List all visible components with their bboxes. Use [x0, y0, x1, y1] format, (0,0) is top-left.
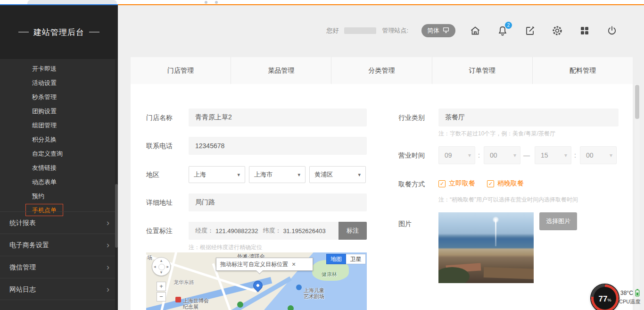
- chevron-right-icon: ›: [107, 278, 109, 301]
- city-select[interactable]: 上海市 ▾: [249, 166, 305, 183]
- pan-left-icon[interactable]: ◂: [154, 265, 156, 269]
- address-value: 局门路: [195, 198, 215, 207]
- chevron-down-icon: ▾: [358, 172, 361, 178]
- store-name-value: 青青原上草2: [195, 113, 232, 122]
- tab-order-management[interactable]: 订单管理: [432, 57, 533, 84]
- sidebar-item-activity[interactable]: 活动设置: [0, 76, 118, 90]
- map-label-children-theater: 上海儿童艺术剧场: [304, 287, 326, 300]
- sidebar-item-custom-query[interactable]: 自定义查询: [0, 147, 118, 161]
- mark-location-button[interactable]: 标注: [339, 222, 367, 240]
- tab-store-management[interactable]: 门店管理: [131, 57, 231, 84]
- zoom-in-button[interactable]: +: [157, 282, 166, 291]
- sidebar-item-card-gift[interactable]: 开卡即送: [0, 62, 118, 76]
- sidebar-item-booking[interactable]: 预约: [0, 189, 118, 203]
- browser-strip: [0, 0, 644, 5]
- map[interactable]: 外滩·湾璟会 健康林 龙华东路 上海儿童艺术剧场 上海世博会纪念展 场 拖动标注…: [146, 252, 367, 310]
- page-scrollbar[interactable]: [635, 84, 640, 310]
- close-icon[interactable]: ×: [292, 260, 296, 268]
- sidebar-item-dynamic-form[interactable]: 动态表单: [0, 175, 118, 189]
- chevron-down-icon: ▾: [610, 152, 612, 159]
- pickup-label: 取餐方式: [398, 175, 425, 193]
- close-hour-select[interactable]: 15 ▾: [535, 146, 571, 164]
- map-view-button[interactable]: 地图: [326, 254, 346, 264]
- bell-icon[interactable]: 2: [497, 25, 508, 36]
- district-select[interactable]: 黄浦区 ▾: [309, 166, 366, 183]
- sidebar-section-ecommerce[interactable]: 电子商务设置 ›: [0, 234, 118, 256]
- map-type-toggle: 地图 卫星: [326, 254, 366, 264]
- browser-icon-fragment: [215, 1, 218, 4]
- pickup-option-immediate[interactable]: ✓ 立即取餐: [438, 179, 475, 188]
- pan-down-icon[interactable]: ▾: [160, 270, 163, 275]
- gear-icon[interactable]: [552, 25, 563, 36]
- close-minute-select[interactable]: 00 ▾: [580, 146, 617, 164]
- map-tooltip-text: 拖动标注可自定义目标位置: [220, 260, 288, 268]
- page-scrollbar-thumb[interactable]: [635, 85, 639, 119]
- sidebar-sections: 统计报表 › 电子商务设置 › 微信管理 › 网站日志 ›: [0, 211, 118, 300]
- checkbox-checked[interactable]: ✓: [487, 180, 494, 187]
- sidebar-item-friend-links[interactable]: 友情链接: [0, 161, 118, 175]
- sidebar-section-reports[interactable]: 统计报表 ›: [0, 211, 118, 234]
- open-minute-value: 00: [490, 151, 497, 159]
- time-colon: :: [574, 146, 576, 164]
- pickup-note: 注：“稍晚取餐”用户可以选择在营业时间内选择取餐时间: [438, 196, 578, 204]
- check-icon: ✓: [488, 181, 493, 187]
- zoom-out-button[interactable]: −: [157, 292, 166, 302]
- sidebar-title-text: 建站管理后台: [33, 27, 84, 38]
- manage-site-label: 管理站点:: [382, 26, 408, 35]
- sidebar-scrollbar-thumb[interactable]: [115, 184, 118, 248]
- sidebar-item-team[interactable]: 组团管理: [0, 118, 118, 133]
- industry-input[interactable]: 茶餐厅: [438, 109, 619, 126]
- browser-icon-fragment: [205, 1, 207, 4]
- monitor-icon: [442, 27, 450, 35]
- content-panel: 门店名称 青青原上草2 联系电话 12345678 地区 上海 ▾ 上海市 ▾ …: [131, 84, 633, 310]
- sidebar-section-site-log[interactable]: 网站日志 ›: [0, 278, 118, 300]
- title-dash-right: [89, 32, 99, 33]
- open-hour-select[interactable]: 09 ▾: [438, 146, 475, 164]
- checkbox-checked[interactable]: ✓: [438, 180, 446, 187]
- latitude-value: 31.1952626403: [283, 227, 325, 235]
- browser-tab-fragment: [27, 0, 117, 4]
- language-button[interactable]: 简体: [421, 24, 455, 37]
- pickup-option-later[interactable]: ✓ 稍晚取餐: [487, 179, 524, 188]
- photo-roof: [484, 267, 534, 279]
- satellite-view-button[interactable]: 卫星: [346, 254, 366, 264]
- phone-input[interactable]: 12345678: [189, 137, 367, 155]
- map-label-truncated: 场: [147, 255, 152, 261]
- map-zoom-control: + −: [157, 282, 166, 302]
- pan-right-icon[interactable]: ▸: [166, 265, 169, 269]
- sidebar-item-points[interactable]: 积分兑换: [0, 133, 118, 147]
- location-input[interactable]: 经度： 121.490882232 纬度： 31.1952626403: [189, 222, 339, 240]
- tab-category-management[interactable]: 分类管理: [331, 57, 432, 84]
- apps-grid-icon[interactable]: [579, 25, 590, 36]
- open-minute-select[interactable]: 00 ▾: [484, 146, 520, 164]
- map-pan-control[interactable]: ▴ ▾ ◂ ▸: [152, 257, 171, 276]
- home-icon[interactable]: [470, 25, 481, 36]
- battery-icon: [635, 289, 640, 297]
- screen: 建站管理后台 开卡即送 活动设置 秒杀管理 团购设置 组团管理 积分兑换 自定义…: [0, 0, 644, 310]
- cpu-gauge: 77 %: [591, 285, 619, 310]
- chevron-down-icon: ▾: [297, 172, 300, 178]
- power-icon[interactable]: [606, 25, 618, 36]
- chevron-down-icon: ▾: [513, 152, 516, 159]
- map-poi-green-icon: [288, 305, 294, 310]
- notification-badge: 2: [505, 22, 512, 29]
- tab-ingredient-management[interactable]: 配料管理: [533, 57, 633, 84]
- store-name-input[interactable]: 青青原上草2: [189, 109, 367, 126]
- sidebar-item-flash-sale[interactable]: 秒杀管理: [0, 90, 118, 104]
- latitude-label: 纬度：: [263, 226, 281, 235]
- pan-up-icon[interactable]: ▴: [160, 259, 163, 263]
- header-text-group: 您好 管理站点:: [326, 26, 408, 35]
- sidebar-item-group-buy[interactable]: 团购设置: [0, 104, 118, 118]
- section-label: 电子商务设置: [9, 241, 49, 249]
- edit-icon[interactable]: [524, 25, 536, 36]
- sidebar-section-wechat[interactable]: 微信管理 ›: [0, 256, 118, 278]
- choose-image-button[interactable]: 选择图片: [539, 212, 577, 230]
- tab-dish-management[interactable]: 菜品管理: [231, 57, 331, 84]
- cpu-temp-label: CPU温度: [619, 298, 640, 305]
- map-pin-icon[interactable]: [253, 281, 263, 295]
- address-input[interactable]: 局门路: [189, 193, 367, 211]
- sidebar-scrollbar[interactable]: [115, 59, 118, 310]
- section-label: 统计报表: [9, 219, 36, 226]
- province-select[interactable]: 上海 ▾: [189, 166, 245, 183]
- section-label: 微信管理: [9, 263, 36, 271]
